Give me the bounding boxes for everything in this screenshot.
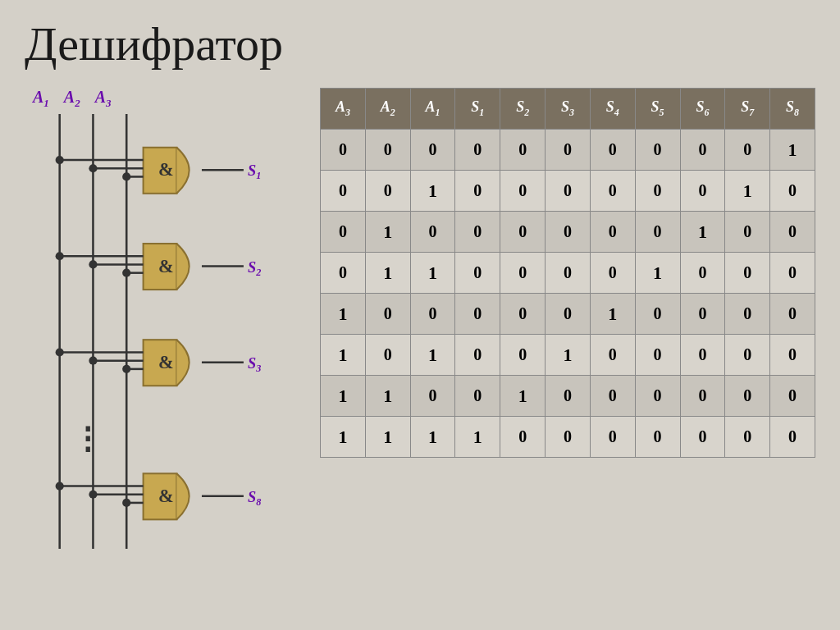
table-cell: 0 bbox=[590, 212, 635, 253]
table-cell: 0 bbox=[365, 294, 410, 335]
table-cell: 0 bbox=[321, 212, 366, 253]
table-cell: 0 bbox=[365, 130, 410, 171]
table-cell: 0 bbox=[546, 294, 591, 335]
table-cell: 0 bbox=[546, 212, 591, 253]
circuit-svg: & S1 & bbox=[25, 114, 295, 549]
svg-text:&: & bbox=[158, 256, 174, 276]
table-cell: 0 bbox=[680, 335, 725, 376]
svg-point-40 bbox=[89, 491, 97, 499]
table-cell: 0 bbox=[500, 130, 546, 171]
table-cell: 1 bbox=[410, 253, 455, 294]
table-cell: 0 bbox=[455, 335, 500, 376]
svg-point-29 bbox=[89, 357, 97, 365]
table-row: 00000000001 bbox=[321, 130, 815, 171]
circuit-diagram: A1 A2 A3 & bbox=[25, 88, 295, 552]
table-cell: 1 bbox=[500, 376, 546, 417]
truth-table-container: A3 A2 A1 S1 S2 S3 S4 S5 S6 S7 S8 0000000… bbox=[320, 88, 815, 458]
table-cell: 0 bbox=[770, 417, 815, 458]
table-cell: 0 bbox=[455, 171, 500, 212]
table-cell: 1 bbox=[770, 130, 815, 171]
main-container: Дешифратор A1 A2 A3 bbox=[0, 0, 840, 630]
table-cell: 0 bbox=[546, 376, 591, 417]
table-cell: 0 bbox=[680, 130, 725, 171]
svg-text:&: & bbox=[158, 159, 174, 180]
table-cell: 0 bbox=[321, 130, 366, 171]
svg-point-10 bbox=[122, 172, 130, 180]
table-row: 11001000000 bbox=[321, 376, 815, 417]
table-cell: 0 bbox=[321, 171, 366, 212]
table-cell: 0 bbox=[500, 253, 546, 294]
table-cell: 0 bbox=[725, 294, 770, 335]
table-cell: 0 bbox=[770, 335, 815, 376]
table-cell: 0 bbox=[770, 294, 815, 335]
table-cell: 0 bbox=[680, 417, 725, 458]
table-row: 11110000000 bbox=[321, 417, 815, 458]
table-cell: 0 bbox=[500, 171, 546, 212]
page-title: Дешифратор bbox=[25, 16, 815, 71]
table-cell: 0 bbox=[321, 253, 366, 294]
table-cell: 0 bbox=[410, 376, 455, 417]
col-a1: A1 bbox=[410, 89, 455, 130]
table-cell: 0 bbox=[635, 376, 680, 417]
table-cell: 0 bbox=[635, 212, 680, 253]
table-cell: 0 bbox=[725, 417, 770, 458]
table-row: 10100100000 bbox=[321, 335, 815, 376]
table-cell: 1 bbox=[365, 253, 410, 294]
svg-point-18 bbox=[56, 252, 64, 260]
svg-text:S8: S8 bbox=[248, 489, 261, 508]
table-cell: 1 bbox=[321, 376, 366, 417]
table-cell: 0 bbox=[410, 130, 455, 171]
table-cell: 0 bbox=[365, 335, 410, 376]
svg-point-20 bbox=[122, 269, 130, 277]
table-cell: 1 bbox=[680, 212, 725, 253]
table-cell: 0 bbox=[590, 335, 635, 376]
table-cell: 0 bbox=[635, 335, 680, 376]
table-cell: 0 bbox=[365, 171, 410, 212]
col-s7: S7 bbox=[725, 89, 770, 130]
table-cell: 0 bbox=[725, 130, 770, 171]
table-row: 01100001000 bbox=[321, 253, 815, 294]
label-a2: A2 bbox=[64, 88, 80, 110]
svg-point-41 bbox=[122, 499, 130, 507]
table-cell: 0 bbox=[500, 294, 546, 335]
table-cell: 0 bbox=[680, 171, 725, 212]
table-cell: 0 bbox=[455, 376, 500, 417]
table-cell: 0 bbox=[546, 130, 591, 171]
table-cell: 1 bbox=[725, 171, 770, 212]
table-cell: 0 bbox=[770, 212, 815, 253]
table-cell: 0 bbox=[725, 376, 770, 417]
label-a3: A3 bbox=[95, 88, 112, 110]
table-cell: 0 bbox=[770, 253, 815, 294]
svg-text:S2: S2 bbox=[248, 259, 261, 278]
table-cell: 1 bbox=[546, 335, 591, 376]
table-cell: 0 bbox=[770, 376, 815, 417]
table-row: 10000010000 bbox=[321, 294, 815, 335]
table-cell: 1 bbox=[455, 417, 500, 458]
content-area: A1 A2 A3 & bbox=[25, 88, 815, 552]
col-s8: S8 bbox=[770, 89, 815, 130]
table-cell: 1 bbox=[321, 417, 366, 458]
table-cell: 0 bbox=[635, 171, 680, 212]
svg-point-39 bbox=[56, 482, 64, 490]
table-cell: 1 bbox=[365, 376, 410, 417]
col-s5: S5 bbox=[635, 89, 680, 130]
table-cell: 0 bbox=[680, 294, 725, 335]
table-cell: 1 bbox=[365, 212, 410, 253]
table-cell: 0 bbox=[680, 376, 725, 417]
table-cell: 0 bbox=[590, 130, 635, 171]
col-a2: A2 bbox=[365, 89, 410, 130]
table-cell: 1 bbox=[590, 294, 635, 335]
table-cell: 1 bbox=[321, 335, 366, 376]
table-cell: 1 bbox=[410, 417, 455, 458]
svg-text:&: & bbox=[158, 352, 174, 372]
table-cell: 0 bbox=[770, 171, 815, 212]
col-s3: S3 bbox=[546, 89, 591, 130]
table-cell: 0 bbox=[725, 253, 770, 294]
col-s4: S4 bbox=[590, 89, 635, 130]
svg-point-28 bbox=[56, 348, 64, 356]
table-cell: 0 bbox=[590, 376, 635, 417]
table-cell: 1 bbox=[321, 294, 366, 335]
svg-text:⋮: ⋮ bbox=[72, 422, 103, 455]
table-header-row: A3 A2 A1 S1 S2 S3 S4 S5 S6 S7 S8 bbox=[321, 89, 815, 130]
table-cell: 0 bbox=[590, 171, 635, 212]
